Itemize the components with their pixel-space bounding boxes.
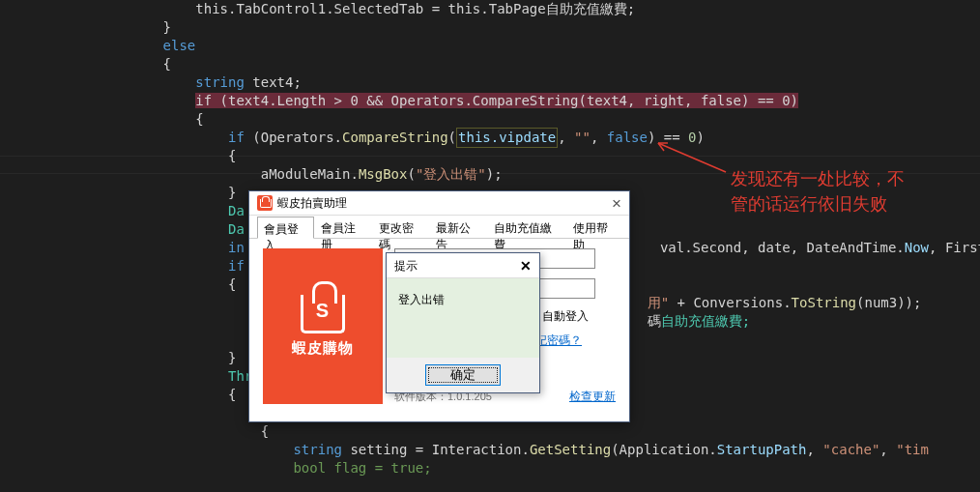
messagebox-dialog: 提示 ✕ 登入出错 确定 <box>386 252 540 393</box>
tab-bar: 會員登入 會員注册 更改密碼 最新公告 自助充值繳費 使用帮助 <box>249 216 629 239</box>
app-titlebar[interactable]: 蝦皮拍賣助理 × <box>249 191 629 216</box>
close-icon[interactable]: × <box>612 191 621 216</box>
shopee-bag-icon <box>301 295 345 333</box>
messagebox-body: 登入出错 <box>387 278 539 358</box>
code-line: { <box>0 55 980 73</box>
code-line-highlighted: if (text4.Length > 0 && Operators.Compar… <box>0 92 980 110</box>
tab-recharge[interactable]: 自助充值繳費 <box>487 216 566 238</box>
code-line: bool flag = true; <box>0 459 980 478</box>
code-line: { <box>0 147 980 165</box>
brand-panel: 蝦皮購物 <box>263 248 383 404</box>
app-logo-icon <box>257 195 273 211</box>
messagebox-ok-button[interactable]: 确定 <box>425 364 501 386</box>
messagebox-text: 登入出错 <box>398 293 445 306</box>
auto-login-label: 自動登入 <box>542 308 589 325</box>
code-line: { <box>0 110 980 129</box>
code-line: else <box>0 37 980 55</box>
tab-change-password[interactable]: 更改密碼 <box>372 216 429 238</box>
code-line: string setting = Interaction.GetSetting(… <box>0 441 980 459</box>
code-line: { <box>0 422 980 441</box>
tab-register[interactable]: 會員注册 <box>314 216 371 238</box>
code-line: } <box>0 18 980 37</box>
messagebox-title: 提示 <box>394 253 418 278</box>
code-line: string text4; <box>0 73 980 92</box>
tab-help[interactable]: 使用帮助 <box>566 216 623 238</box>
check-update-link[interactable]: 检查更新 <box>569 389 616 405</box>
tab-news[interactable]: 最新公告 <box>429 216 486 238</box>
code-line: this.TabControl1.SelectedTab = this.TabP… <box>0 0 980 18</box>
tab-login[interactable]: 會員登入 <box>257 217 314 239</box>
brand-text: 蝦皮購物 <box>292 339 354 358</box>
app-title: 蝦皮拍賣助理 <box>277 191 347 216</box>
annotation-text: 发现还有一处比较，不管的话运行依旧失败 <box>731 166 905 217</box>
messagebox-close-icon[interactable]: ✕ <box>520 253 532 278</box>
messagebox-titlebar[interactable]: 提示 ✕ <box>387 253 539 278</box>
code-line: if (Operators.CompareString(this.vipdate… <box>0 129 980 147</box>
